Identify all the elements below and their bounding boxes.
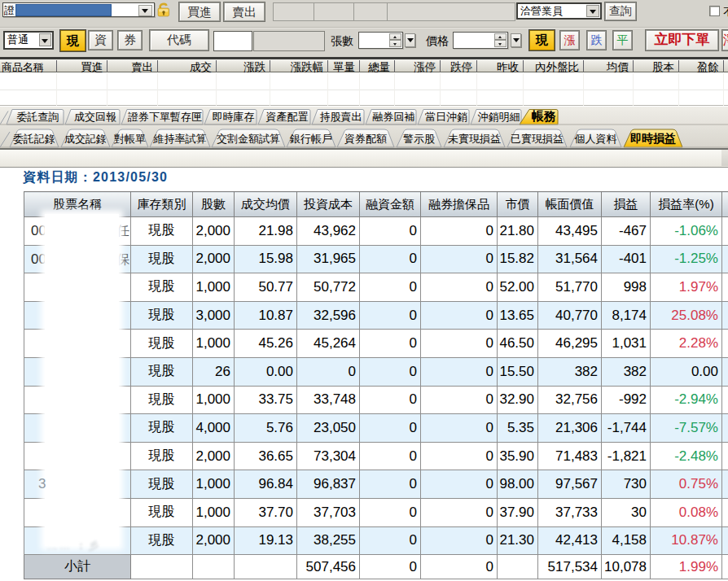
svg-text:即時庫存: 即時庫存: [213, 111, 255, 123]
svg-text:維持率試算: 維持率試算: [153, 133, 207, 145]
svg-text:帳務: 帳務: [532, 109, 556, 123]
svg-text:警示股: 警示股: [403, 133, 435, 145]
svg-text:持股賣出: 持股賣出: [320, 111, 362, 123]
svg-text:委託查詢: 委託查詢: [17, 111, 59, 123]
svg-text:資券配額: 資券配額: [344, 133, 387, 145]
svg-text:資產配置: 資產配置: [266, 111, 309, 123]
svg-text:成交回報: 成交回報: [74, 111, 116, 123]
svg-text:即時損益: 即時損益: [630, 132, 676, 145]
svg-text:融券回補: 融券回補: [373, 111, 415, 123]
svg-text:對帳單: 對帳單: [114, 133, 146, 145]
svg-text:未實現損益: 未實現損益: [448, 133, 501, 145]
svg-text:沖銷明細: 沖銷明細: [478, 111, 520, 123]
svg-text:銀行帳戶: 銀行帳戶: [289, 133, 332, 145]
svg-text:個人資料: 個人資料: [575, 133, 617, 145]
svg-text:委託記錄: 委託記錄: [13, 133, 55, 145]
svg-text:當日沖銷: 當日沖銷: [425, 111, 467, 123]
svg-text:已實現損益: 已實現損益: [511, 133, 564, 145]
svg-text:交割金額試算: 交割金額試算: [217, 133, 280, 145]
svg-text:證券下單暫存匣: 證券下單暫存匣: [128, 111, 202, 123]
svg-text:成交記錄: 成交記錄: [64, 133, 107, 145]
